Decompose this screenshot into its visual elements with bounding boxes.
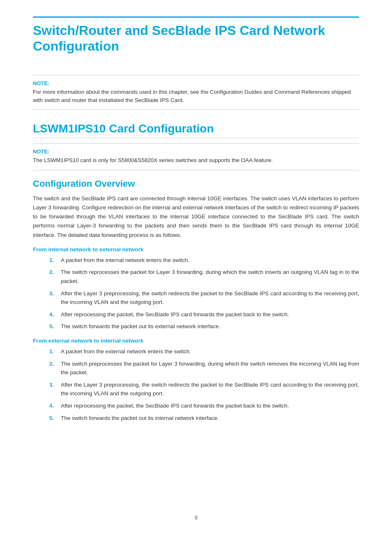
note1-label: NOTE: bbox=[33, 80, 359, 86]
from-external-list: 1. A packet from the external network en… bbox=[33, 347, 359, 422]
from-external-heading: From external network to internal networ… bbox=[33, 338, 359, 344]
list-number: 5. bbox=[49, 414, 56, 423]
list-item: 3. After the Layer 3 preprocessing, the … bbox=[33, 380, 359, 398]
list-text: The switch reprocesses the packet for La… bbox=[61, 268, 359, 285]
list-item: 4. After reprocessing the packet, the Se… bbox=[33, 310, 359, 319]
list-text: After reprocessing the packet, the SecBl… bbox=[61, 401, 289, 410]
list-item: 5. The switch forwards the packet out it… bbox=[33, 414, 359, 423]
list-text: After reprocessing the packet, the SecBl… bbox=[61, 310, 289, 319]
list-number: 3. bbox=[49, 289, 56, 307]
main-title: Switch/Router and SecBlade IPS Card Netw… bbox=[33, 16, 359, 54]
list-item: 2. The switch preprocesses the packet fo… bbox=[33, 359, 359, 377]
from-internal-list: 1. A packet from the internal network en… bbox=[33, 256, 359, 331]
section1-title: LSWM1IPS10 Card Configuration bbox=[33, 118, 359, 135]
list-number: 2. bbox=[49, 268, 56, 285]
list-number: 4. bbox=[49, 401, 56, 410]
page: Switch/Router and SecBlade IPS Card Netw… bbox=[0, 0, 392, 533]
list-item: 3. After the Layer 3 preprocessing, the … bbox=[33, 289, 359, 307]
list-text: The switch preprocesses the packet for L… bbox=[61, 359, 359, 377]
note2-text: The LSWM1IPS10 card is only for S5800&S5… bbox=[33, 156, 359, 165]
list-number: 5. bbox=[49, 322, 56, 331]
list-number: 1. bbox=[49, 256, 56, 265]
note-box-1: NOTE: For more information about the com… bbox=[33, 75, 359, 110]
note1-text: For more information about the commands … bbox=[33, 88, 359, 105]
list-text: The switch forwards the packet out its e… bbox=[61, 322, 220, 331]
list-number: 4. bbox=[49, 310, 56, 319]
body-text: The switch and the SecBlade IPS card are… bbox=[33, 194, 359, 240]
list-text: After the Layer 3 preprocessing, the swi… bbox=[61, 380, 359, 398]
list-number: 2. bbox=[49, 359, 56, 377]
list-item: 1. A packet from the internal network en… bbox=[33, 256, 359, 265]
list-text: A packet from the external network enter… bbox=[61, 347, 191, 356]
section-divider bbox=[33, 138, 359, 138]
list-item: 4. After reprocessing the packet, the Se… bbox=[33, 401, 359, 410]
list-item: 1. A packet from the external network en… bbox=[33, 347, 359, 356]
list-item: 2. The switch reprocesses the packet for… bbox=[33, 268, 359, 285]
list-text: A packet from the internal network enter… bbox=[61, 256, 189, 265]
list-number: 3. bbox=[49, 380, 56, 398]
note2-label: NOTE: bbox=[33, 148, 359, 155]
list-number: 1. bbox=[49, 347, 56, 356]
note-box-2: NOTE: The LSWM1IPS10 card is only for S5… bbox=[33, 143, 359, 170]
page-number: 9 bbox=[0, 514, 392, 521]
list-text: After the Layer 3 preprocessing, the swi… bbox=[61, 289, 359, 307]
subsection-title: Configuration Overview bbox=[33, 178, 359, 189]
from-internal-heading: From internal network to external networ… bbox=[33, 246, 359, 253]
list-text: The switch forwards the packet out its i… bbox=[61, 414, 219, 423]
list-item: 5. The switch forwards the packet out it… bbox=[33, 322, 359, 331]
